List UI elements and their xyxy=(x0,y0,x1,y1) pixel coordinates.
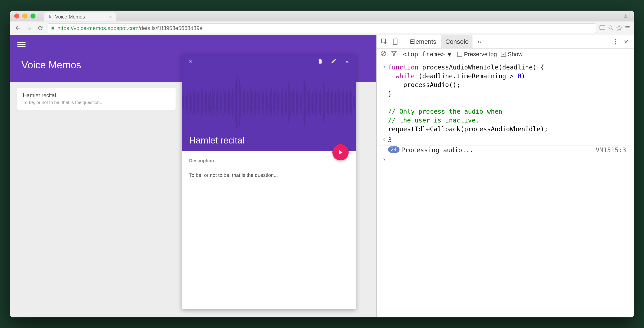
svg-rect-64 xyxy=(263,90,264,115)
svg-rect-55 xyxy=(251,92,252,113)
svg-rect-133 xyxy=(393,39,397,45)
edit-icon[interactable] xyxy=(330,57,337,65)
memo-list-item[interactable]: Hamlet recital To be, or not to be, that… xyxy=(18,88,176,110)
close-tab-icon[interactable]: × xyxy=(109,14,112,20)
svg-rect-29 xyxy=(216,93,217,111)
delete-icon[interactable] xyxy=(316,57,324,65)
minimize-window-button[interactable] xyxy=(22,13,27,18)
filter-icon[interactable] xyxy=(391,50,397,58)
device-mode-icon[interactable] xyxy=(390,35,400,48)
tab-more[interactable]: » xyxy=(474,35,485,48)
microphone-icon xyxy=(48,14,52,19)
menu-icon[interactable] xyxy=(625,25,630,31)
svg-rect-98 xyxy=(309,89,310,116)
svg-rect-42 xyxy=(234,92,234,113)
svg-rect-118 xyxy=(336,92,337,113)
svg-rect-78 xyxy=(282,87,283,118)
url-path: /details/f1f3953e5668d89e xyxy=(138,25,202,31)
svg-rect-46 xyxy=(239,79,240,126)
svg-rect-54 xyxy=(250,88,250,117)
toolbar-right xyxy=(600,25,630,32)
svg-rect-11 xyxy=(192,95,192,110)
bookmark-star-icon[interactable] xyxy=(616,25,622,32)
svg-rect-39 xyxy=(229,91,230,114)
svg-rect-7 xyxy=(186,96,187,109)
show-label: Show xyxy=(508,51,522,58)
svg-rect-52 xyxy=(247,91,248,114)
tab-elements[interactable]: Elements xyxy=(406,35,440,48)
svg-rect-80 xyxy=(285,90,286,115)
svg-rect-74 xyxy=(277,89,278,116)
detail-hero: Hamlet recital xyxy=(182,54,356,151)
svg-rect-48 xyxy=(242,90,242,115)
chevron-down-icon: ▼ xyxy=(448,50,451,58)
svg-rect-95 xyxy=(305,86,306,119)
svg-rect-20 xyxy=(204,89,204,116)
svg-point-2 xyxy=(609,26,612,29)
svg-rect-43 xyxy=(235,83,236,122)
close-devtools-icon[interactable] xyxy=(621,35,631,48)
svg-rect-83 xyxy=(289,86,290,119)
svg-rect-69 xyxy=(270,92,271,113)
log-source[interactable]: VM1515:3 xyxy=(596,147,630,154)
address-bar[interactable]: https://voice-memos.appspot.com/details/… xyxy=(48,23,596,33)
navigation-bar: https://voice-memos.appspot.com/details/… xyxy=(10,21,634,35)
svg-rect-59 xyxy=(256,92,257,113)
maximize-window-button[interactable] xyxy=(30,13,36,18)
svg-rect-17 xyxy=(200,95,200,110)
svg-rect-89 xyxy=(297,92,298,113)
browser-tab[interactable]: Voice Memos × xyxy=(44,12,116,21)
svg-rect-14 xyxy=(196,90,196,115)
show-checkbox[interactable]: Show xyxy=(501,51,522,58)
svg-rect-44 xyxy=(236,76,237,128)
svg-rect-123 xyxy=(343,89,344,116)
frame-label: <top frame> xyxy=(403,50,445,58)
svg-rect-122 xyxy=(342,92,343,113)
titlebar: Voice Memos × xyxy=(10,10,634,21)
back-button[interactable] xyxy=(14,24,22,32)
svg-rect-117 xyxy=(335,91,336,114)
svg-rect-19 xyxy=(202,92,203,113)
svg-rect-58 xyxy=(255,89,256,116)
forward-button[interactable] xyxy=(25,24,33,32)
svg-rect-107 xyxy=(322,95,322,110)
svg-rect-115 xyxy=(332,92,333,113)
devtools-menu-icon[interactable] xyxy=(610,35,620,48)
svg-rect-99 xyxy=(311,95,312,110)
svg-rect-79 xyxy=(284,93,284,111)
svg-rect-21 xyxy=(205,93,206,111)
profile-button[interactable] xyxy=(622,12,630,20)
svg-rect-47 xyxy=(240,86,241,119)
svg-rect-65 xyxy=(264,92,266,113)
reload-button[interactable] xyxy=(36,24,44,32)
cast-icon[interactable] xyxy=(600,25,605,31)
tab-console[interactable]: Console xyxy=(441,35,473,48)
clear-console-icon[interactable] xyxy=(380,50,387,58)
play-button[interactable] xyxy=(332,144,349,161)
close-window-button[interactable] xyxy=(14,13,19,18)
tab-title: Voice Memos xyxy=(55,14,85,20)
download-icon[interactable] xyxy=(344,57,351,65)
zoom-icon[interactable] xyxy=(608,25,614,31)
console-output[interactable]: › function processAudioWhenIdle(deadline… xyxy=(377,60,634,318)
close-icon[interactable] xyxy=(187,57,194,65)
svg-rect-109 xyxy=(324,87,325,118)
svg-line-138 xyxy=(382,52,385,55)
svg-rect-23 xyxy=(208,95,208,110)
url-host: https://voice-memos.appspot.com xyxy=(58,25,138,31)
svg-rect-6 xyxy=(184,92,186,113)
svg-rect-88 xyxy=(296,90,297,115)
svg-rect-124 xyxy=(344,95,346,110)
svg-rect-67 xyxy=(267,95,268,110)
app-pane: Voice Memos Hamlet recital To be, or not… xyxy=(10,35,376,318)
svg-rect-108 xyxy=(323,82,324,123)
svg-rect-76 xyxy=(280,91,280,114)
hamburger-menu-icon[interactable] xyxy=(18,40,26,48)
svg-rect-110 xyxy=(326,91,326,114)
svg-rect-38 xyxy=(228,89,229,116)
inspect-element-icon[interactable] xyxy=(380,35,389,48)
svg-rect-37 xyxy=(227,93,228,111)
frame-selector[interactable]: <top frame> ▼ xyxy=(401,50,453,58)
svg-rect-8 xyxy=(187,90,188,115)
preserve-log-checkbox[interactable]: Preserve log xyxy=(457,51,497,58)
